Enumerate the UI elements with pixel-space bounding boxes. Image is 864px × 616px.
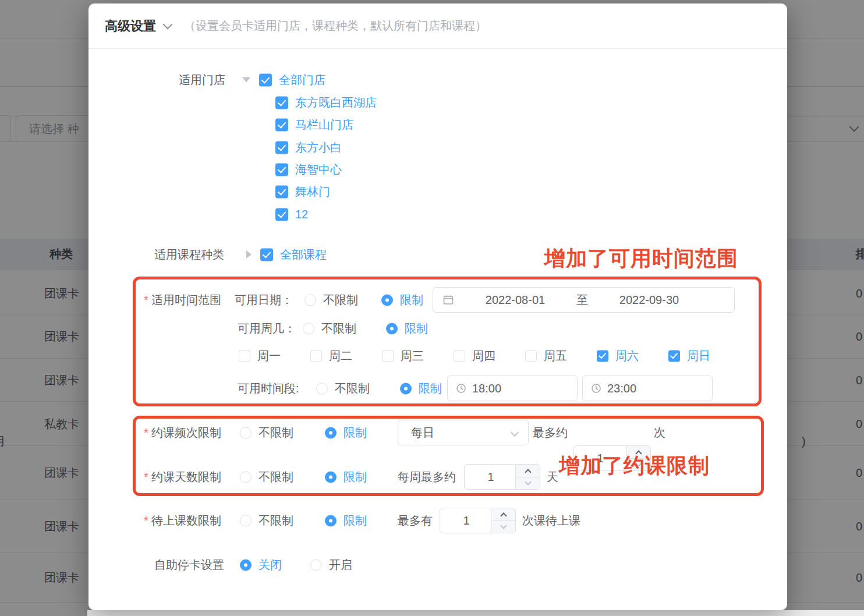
radio-period-no-limit[interactable]: 不限制: [316, 381, 370, 396]
checkbox-friday[interactable]: 周五: [525, 348, 567, 364]
start-date-input[interactable]: 2022-08-01: [454, 293, 576, 307]
checkbox-all-stores[interactable]: 全部门店: [259, 72, 325, 88]
store-item-row: 12: [88, 206, 787, 222]
checkbox-label: 周四: [472, 348, 495, 364]
radio-period-limit[interactable]: 限制: [400, 381, 442, 396]
checkbox-store[interactable]: 舞林门: [275, 184, 330, 200]
checkbox-sunday[interactable]: 周日: [668, 348, 710, 364]
annotation-time-range-text: 增加了可用时间范围: [544, 245, 738, 273]
checkbox-store[interactable]: 12: [275, 208, 308, 221]
radio-icon: [316, 383, 328, 394]
checkbox-icon: [382, 350, 394, 362]
checkbox-icon: [275, 163, 288, 176]
chevron-down-icon[interactable]: [163, 19, 173, 29]
days-limit-label: 约课天数限制: [151, 469, 221, 485]
days-number-input[interactable]: 1: [464, 464, 540, 490]
time-range-label: 适用时间范围: [151, 292, 221, 308]
radio-days-limit[interactable]: 限制: [325, 469, 367, 485]
end-time-value: 23:00: [607, 382, 636, 395]
pending-unit: 次课待上课: [522, 513, 580, 529]
radio-date-limit[interactable]: 限制: [381, 292, 423, 308]
checkbox-store[interactable]: 海智中心: [275, 162, 342, 178]
checkbox-icon: [239, 350, 250, 362]
days-unit: 天: [547, 469, 558, 485]
clock-icon: [456, 383, 466, 394]
modal-header: 高级设置 （设置会员卡适用门店，课程种类，默认所有门店和课程）: [88, 3, 787, 49]
radio-label: 限制: [419, 381, 442, 396]
radio-label: 开启: [329, 557, 352, 573]
stepper-down-button[interactable]: [491, 521, 515, 533]
select-value: 每日: [411, 425, 434, 441]
radio-label: 不限制: [259, 513, 293, 529]
radio-week-no-limit[interactable]: 不限制: [303, 321, 356, 337]
frequency-limit-label: 约课频次限制: [151, 425, 221, 441]
checkbox-label: 周三: [401, 348, 424, 364]
checkbox-label: 周一: [257, 348, 281, 364]
checkbox-icon: [259, 73, 272, 86]
checkbox-label: 周日: [687, 348, 710, 364]
radio-date-no-limit[interactable]: 不限制: [304, 292, 358, 308]
radio-pause-on[interactable]: 开启: [310, 557, 352, 573]
calendar-icon: [442, 294, 454, 306]
checkbox-store[interactable]: 东方既白西湖店: [275, 95, 377, 111]
checkbox-store[interactable]: 东方小白: [275, 140, 342, 155]
radio-frequency-limit[interactable]: 限制: [325, 425, 367, 441]
radio-icon: [240, 559, 252, 571]
radio-label: 不限制: [323, 292, 358, 308]
checkbox-wednesday[interactable]: 周三: [382, 348, 424, 364]
radio-icon: [310, 559, 322, 571]
number-value[interactable]: 1: [440, 508, 493, 533]
radio-pause-off[interactable]: 关闭: [240, 557, 282, 573]
stepper-up-button[interactable]: [491, 508, 515, 521]
radio-icon: [304, 294, 316, 306]
store-item-row: 海智中心: [88, 161, 787, 178]
caret-down-icon[interactable]: [242, 77, 250, 83]
pending-limit-row: * 待上课数限制 不限制 限制 最多有 1 次课待上课: [88, 508, 787, 533]
radio-icon: [325, 515, 337, 526]
start-time-picker[interactable]: 18:00: [447, 376, 578, 401]
date-range-picker[interactable]: 2022-08-01 至 2022-09-30: [433, 287, 735, 313]
pending-prefix: 最多有: [398, 513, 433, 529]
checkbox-label: 12: [295, 208, 308, 221]
frequency-prefix: 最多约: [533, 425, 568, 441]
end-date-input[interactable]: 2022-09-30: [588, 293, 710, 307]
start-time-value: 18:00: [472, 382, 501, 395]
checkbox-label: 马栏山门店: [295, 117, 353, 133]
checkbox-thursday[interactable]: 周四: [454, 348, 495, 364]
clock-icon: [591, 383, 601, 394]
radio-frequency-no-limit[interactable]: 不限制: [240, 425, 293, 441]
checkbox-store[interactable]: 马栏山门店: [275, 117, 353, 133]
radio-week-limit[interactable]: 限制: [386, 321, 428, 337]
date-range-row: * 适用时间范围 可用日期： 不限制 限制 2022-08-01 至 2022-…: [88, 287, 787, 313]
checkbox-icon: [454, 350, 465, 362]
checkbox-all-courses[interactable]: 全部课程: [260, 247, 327, 263]
radio-pending-no-limit[interactable]: 不限制: [240, 513, 293, 529]
checkbox-monday[interactable]: 周一: [239, 348, 281, 364]
radio-label: 关闭: [259, 557, 282, 573]
caret-right-icon[interactable]: [246, 250, 252, 259]
checkbox-label: 全部门店: [279, 72, 325, 88]
radio-icon: [325, 427, 337, 438]
checkbox-saturday[interactable]: 周六: [597, 348, 639, 364]
radio-pending-limit[interactable]: 限制: [325, 513, 367, 529]
end-time-picker[interactable]: 23:00: [582, 376, 713, 401]
frequency-limit-row: * 约课频次限制 不限制 限制 每日 最多约 1 次: [88, 420, 787, 445]
checkbox-icon: [275, 96, 288, 109]
store-item-row: 马栏山门店: [88, 116, 787, 133]
advanced-settings-modal: 高级设置 （设置会员卡适用门店，课程种类，默认所有门店和课程） 适用门店 全部门…: [88, 3, 787, 610]
checkbox-label: 周五: [544, 348, 567, 364]
radio-icon: [325, 471, 337, 483]
checkbox-label: 周二: [329, 348, 352, 364]
number-value[interactable]: 1: [465, 465, 517, 489]
checkbox-tuesday[interactable]: 周二: [310, 348, 352, 364]
checkbox-label: 全部课程: [280, 247, 327, 263]
modal-title: 高级设置: [105, 17, 156, 35]
stepper-down-button[interactable]: [516, 477, 540, 489]
frequency-period-select[interactable]: 每日: [398, 420, 529, 445]
number-stepper: [491, 508, 515, 533]
stepper-up-button[interactable]: [516, 465, 540, 477]
radio-days-no-limit[interactable]: 不限制: [240, 469, 293, 485]
time-period-row: 可用时间段: 不限制 限制 18:00 23:00: [88, 376, 787, 401]
checkbox-label: 舞林门: [295, 184, 330, 200]
pending-number-input[interactable]: 1: [440, 508, 516, 533]
